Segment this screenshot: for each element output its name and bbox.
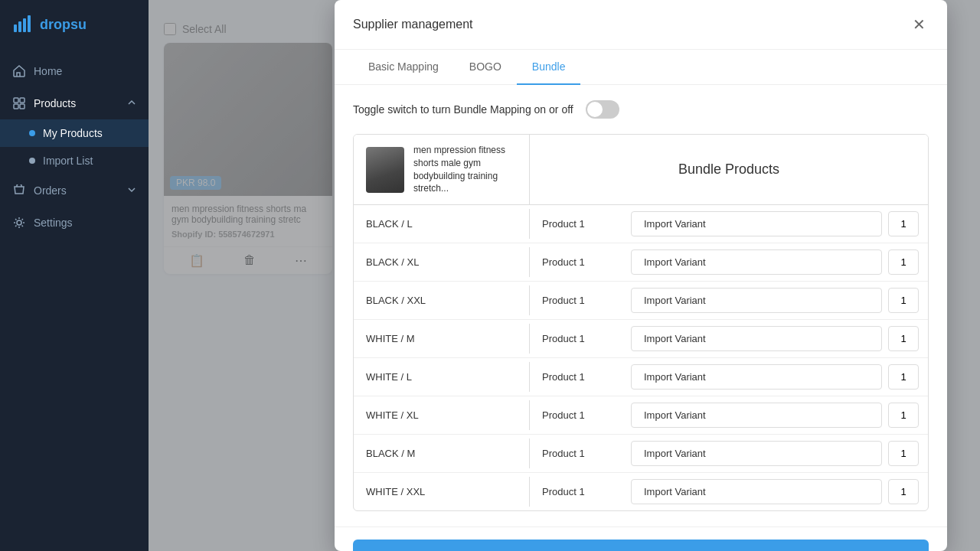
sidebar-item-import-list-label: Import List [43, 155, 93, 167]
sub-item-dot-import [29, 158, 35, 164]
svg-rect-1 [18, 21, 21, 32]
svg-rect-0 [14, 24, 17, 32]
import-variant-button[interactable]: Import Variant [631, 403, 882, 428]
variant-label: WHITE / M [354, 324, 530, 354]
bundle-input-group: Import Variant [622, 473, 928, 510]
product-label: Product 1 [530, 285, 622, 315]
bundle-toggle-switch[interactable] [586, 100, 619, 119]
product-label: Product 1 [530, 477, 622, 507]
tab-basic-mapping[interactable]: Basic Mapping [353, 50, 454, 85]
qty-input[interactable] [888, 211, 919, 236]
sidebar-item-home[interactable]: Home [0, 55, 149, 87]
close-modal-button[interactable]: ✕ [910, 12, 929, 37]
save-button[interactable]: Save [353, 540, 929, 551]
sidebar-item-products[interactable]: Products [0, 87, 149, 119]
modal-tabs: Basic Mapping BOGO Bundle [335, 50, 947, 85]
bundle-table-header: men mpression fitness shorts male gym bo… [354, 135, 928, 205]
sidebar-item-import-list[interactable]: Import List [0, 147, 149, 174]
sidebar-item-my-products[interactable]: My Products [0, 119, 149, 147]
supplier-management-modal: Supplier management ✕ Basic Mapping BOGO… [335, 0, 947, 551]
logo-icon [12, 14, 34, 35]
chevron-down-icon-orders [127, 184, 136, 197]
sidebar-item-orders-label: Orders [34, 184, 67, 197]
qty-input[interactable] [888, 326, 919, 351]
home-icon [12, 64, 26, 78]
variant-row: BLACK / XL Product 1 Import Variant [354, 243, 928, 281]
modal-body: Toggle switch to turn Bundle Mapping on … [335, 85, 947, 527]
product-label: Product 1 [530, 247, 622, 277]
variant-row: WHITE / XL Product 1 Import Variant [354, 396, 928, 434]
qty-input[interactable] [888, 403, 919, 428]
product-label: Product 1 [530, 400, 622, 430]
svg-rect-3 [28, 15, 31, 32]
svg-rect-7 [20, 104, 24, 109]
sidebar-item-home-label: Home [34, 65, 62, 77]
tab-bogo[interactable]: BOGO [454, 50, 517, 85]
sidebar-item-my-products-label: My Products [43, 127, 103, 139]
variant-rows: BLACK / L Product 1 Import Variant BLACK… [354, 205, 928, 510]
qty-input[interactable] [888, 364, 919, 390]
orders-icon [12, 184, 26, 197]
variant-row: BLACK / L Product 1 Import Variant [354, 205, 928, 243]
variant-label: WHITE / XL [354, 400, 530, 430]
svg-point-8 [17, 220, 21, 225]
import-variant-button[interactable]: Import Variant [631, 326, 882, 351]
bundle-input-group: Import Variant [622, 320, 928, 357]
variant-row: BLACK / XXL Product 1 Import Variant [354, 281, 928, 319]
sidebar-item-orders[interactable]: Orders [0, 174, 149, 207]
bundle-input-group: Import Variant [622, 243, 928, 281]
logo-text: dropsu [40, 17, 87, 33]
toggle-row: Toggle switch to turn Bundle Mapping on … [353, 100, 929, 119]
product-label: Product 1 [530, 439, 622, 468]
svg-rect-4 [14, 98, 18, 103]
bundle-input-group: Import Variant [622, 282, 928, 319]
import-variant-button[interactable]: Import Variant [631, 479, 882, 504]
sub-item-dot [29, 130, 35, 136]
bundle-input-group: Import Variant [622, 358, 928, 396]
bundle-input-group: Import Variant [622, 396, 928, 434]
import-variant-button[interactable]: Import Variant [631, 249, 882, 275]
import-variant-button[interactable]: Import Variant [631, 441, 882, 466]
sidebar-item-settings-label: Settings [34, 217, 73, 229]
svg-rect-2 [23, 18, 26, 32]
import-variant-button[interactable]: Import Variant [631, 288, 882, 313]
import-variant-button[interactable]: Import Variant [631, 211, 882, 236]
bundle-products-title: Bundle Products [530, 149, 928, 190]
modal-footer: Save [335, 527, 947, 551]
import-variant-button[interactable]: Import Variant [631, 364, 882, 390]
variant-row: WHITE / XXL Product 1 Import Variant [354, 472, 928, 510]
sidebar: dropsu Home Products [0, 0, 149, 551]
bundle-table: men mpression fitness shorts male gym bo… [353, 134, 929, 511]
svg-rect-5 [20, 98, 24, 103]
variant-label: BLACK / L [354, 209, 530, 239]
sidebar-item-settings[interactable]: Settings [0, 207, 149, 239]
variant-label: BLACK / M [354, 439, 530, 468]
qty-input[interactable] [888, 249, 919, 275]
product-label: Product 1 [530, 209, 622, 239]
bundle-input-group: Import Variant [622, 435, 928, 472]
qty-input[interactable] [888, 288, 919, 313]
sidebar-item-products-label: Products [34, 97, 76, 109]
products-icon [12, 96, 26, 110]
variant-label: WHITE / L [354, 362, 530, 392]
bundle-product-thumb [366, 147, 404, 193]
variant-label: WHITE / XXL [354, 477, 530, 507]
product-label: Product 1 [530, 362, 622, 392]
bundle-product-name: men mpression fitness shorts male gym bo… [413, 144, 517, 195]
bundle-product-info: men mpression fitness shorts male gym bo… [354, 135, 530, 204]
tab-bundle[interactable]: Bundle [517, 50, 581, 85]
bundle-thumb-img [366, 147, 404, 193]
qty-input[interactable] [888, 441, 919, 466]
bundle-input-group: Import Variant [622, 205, 928, 243]
variant-label: BLACK / XL [354, 247, 530, 277]
modal-overlay: Supplier management ✕ Basic Mapping BOGO… [149, 0, 980, 551]
variant-row: BLACK / M Product 1 Import Variant [354, 434, 928, 472]
qty-input[interactable] [888, 479, 919, 504]
variant-row: WHITE / M Product 1 Import Variant [354, 319, 928, 357]
svg-rect-6 [14, 104, 18, 109]
toggle-label: Toggle switch to turn Bundle Mapping on … [353, 103, 573, 116]
chevron-up-icon [127, 97, 136, 109]
product-label: Product 1 [530, 324, 622, 354]
modal-title: Supplier management [353, 18, 473, 31]
sidebar-logo[interactable]: dropsu [0, 0, 149, 49]
